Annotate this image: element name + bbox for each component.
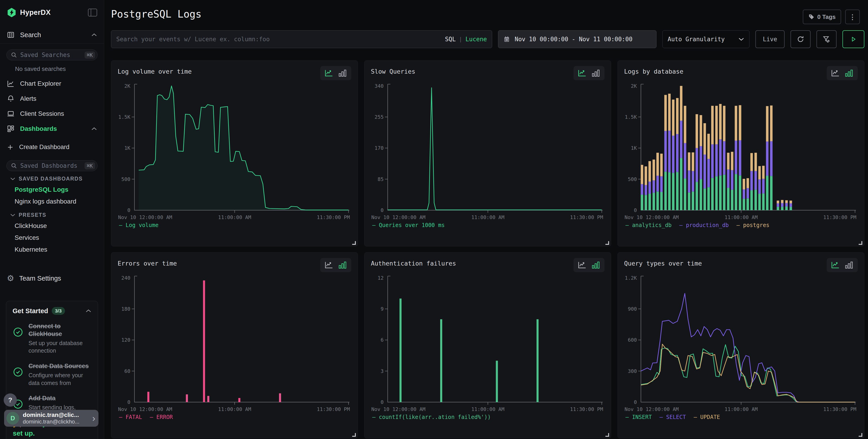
granularity-select[interactable]: Auto Granularity <box>662 30 749 48</box>
legend-item[interactable]: — countIf(like(arr..ation failed%')) <box>372 414 491 420</box>
refresh-button[interactable] <box>790 30 811 48</box>
panel-resize-handle[interactable] <box>606 241 609 245</box>
panel-resize-handle[interactable] <box>352 241 356 245</box>
saved-dashboards-input[interactable]: Saved Dashboards ⌘K <box>6 160 98 171</box>
chart-canvas[interactable]: 2K1.5K1K5000Nov 10 12:00:00 AM11:00:00 A… <box>118 80 351 222</box>
svg-text:600: 600 <box>628 337 637 343</box>
sidebar-item-dashboards[interactable]: Dashboards <box>0 121 104 136</box>
panel-resize-handle[interactable] <box>859 433 862 437</box>
line-view-button[interactable] <box>831 261 840 269</box>
chart-title: Errors over time <box>118 260 177 267</box>
sidebar-item-chart-explorer[interactable]: Chart Explorer <box>0 76 104 91</box>
chart-canvas[interactable]: 340255170850Nov 10 12:00:00 AM11:00:00 A… <box>371 80 604 222</box>
chevron-up-icon[interactable] <box>91 33 97 37</box>
bar-view-button[interactable] <box>591 261 600 269</box>
svg-text:6: 6 <box>381 337 383 343</box>
sidebar-item-client-sessions[interactable]: Client Sessions <box>0 106 104 121</box>
svg-text:Nov 10 12:00:00 AM: Nov 10 12:00:00 AM <box>371 406 426 412</box>
dashboard-link-nginx-logs[interactable]: Nginx logs dashboard <box>0 195 104 208</box>
sidebar-item-label: Client Sessions <box>20 110 64 117</box>
panel-resize-handle[interactable] <box>352 433 356 437</box>
sidebar-item-search[interactable]: Search <box>0 26 104 43</box>
bar-view-button[interactable] <box>844 261 854 269</box>
svg-text:1.2K: 1.2K <box>625 275 637 281</box>
legend-item[interactable]: — Log volume <box>119 222 158 228</box>
help-button[interactable]: ? <box>4 394 17 407</box>
dashboard-link-postgresql-logs[interactable]: PostgreSQL Logs <box>0 184 104 195</box>
legend-item[interactable]: — production_db <box>679 222 729 228</box>
chevron-down-icon <box>10 177 16 181</box>
preset-link-kubernetes[interactable]: Kubernetes <box>0 244 104 255</box>
run-query-button[interactable] <box>842 30 864 48</box>
sidebar-collapse-icon[interactable] <box>88 9 97 17</box>
legend-item[interactable]: — analytics_db <box>625 222 672 228</box>
chevron-up-icon[interactable] <box>91 127 97 131</box>
preset-link-services[interactable]: Services <box>0 232 104 244</box>
bar-view-button[interactable] <box>591 69 600 77</box>
panel-resize-handle[interactable] <box>606 433 609 437</box>
svg-text:255: 255 <box>374 114 383 120</box>
dashboard-menu-button[interactable]: ⋮ <box>845 9 860 24</box>
legend-item[interactable]: — INSERT <box>625 414 652 420</box>
filter-edit-icon <box>823 35 830 43</box>
line-view-button[interactable] <box>831 69 840 77</box>
legend-item[interactable]: — SELECT <box>660 414 686 420</box>
saved-dashboards-group-toggle[interactable]: SAVED DASHBOARDS <box>0 171 104 184</box>
line-view-button[interactable] <box>578 69 587 77</box>
bar-view-button[interactable] <box>844 69 854 77</box>
legend-item[interactable]: — Queries over 1000 ms <box>372 222 445 228</box>
bar-view-button[interactable] <box>338 261 347 269</box>
svg-text:240: 240 <box>121 275 130 281</box>
svg-text:11:30:00 PM: 11:30:00 PM <box>570 215 603 220</box>
time-range-picker[interactable]: Nov 10 00:00:00 - Nov 11 00:00:00 <box>498 30 656 48</box>
chart-canvas[interactable]: 2K1.5K1K5000Nov 10 12:00:00 AM11:00:00 A… <box>624 80 858 222</box>
chart-canvas[interactable]: 129630Nov 10 12:00:00 AM11:00:00 AM11:30… <box>371 272 604 413</box>
saved-searches-input[interactable]: Saved Searches ⌘K <box>6 50 98 60</box>
chart-canvas[interactable]: 1.2K9006003000Nov 10 12:00:00 AM11:00:00… <box>624 272 858 413</box>
create-dashboard-button[interactable]: Create Dashboard <box>0 140 104 154</box>
chevron-up-icon[interactable] <box>86 309 91 313</box>
line-view-button[interactable] <box>324 261 334 269</box>
svg-text:Nov 10 12:00:00 AM: Nov 10 12:00:00 AM <box>371 215 426 220</box>
sidebar-item-team-settings[interactable]: ⚙ Team Settings <box>0 270 104 286</box>
live-button[interactable]: Live <box>755 30 784 48</box>
svg-text:0: 0 <box>634 399 637 405</box>
step-title: Connect to ClickHouse <box>29 322 91 338</box>
svg-text:12: 12 <box>377 275 383 281</box>
step-title: Add Data <box>29 395 91 402</box>
bell-icon <box>7 95 14 102</box>
line-view-button[interactable] <box>578 261 587 269</box>
chart-panel: Slow Queries 340255170850Nov 10 12:00:00… <box>364 60 611 246</box>
bar-view-button[interactable] <box>338 69 347 77</box>
get-started-header[interactable]: Get Started 3/3 <box>12 307 91 315</box>
chart-legend: — INSERT— SELECT— UPDATE <box>624 414 858 420</box>
query-mode-sql[interactable]: SQL <box>445 36 456 43</box>
legend-item[interactable]: — UPDATE <box>693 414 720 420</box>
preset-link-clickhouse[interactable]: ClickHouse <box>0 220 104 232</box>
filter-button[interactable] <box>816 30 837 48</box>
mode-divider: | <box>460 36 461 43</box>
brand-link[interactable]: HyperDX <box>7 8 51 17</box>
chart-view-toolbar <box>827 66 858 80</box>
legend-item[interactable]: — FATAL <box>119 414 142 420</box>
svg-text:11:00:00 AM: 11:00:00 AM <box>724 215 758 220</box>
event-search-input[interactable]: Search your events w/ Lucene ex. column:… <box>111 30 492 48</box>
get-started-step-data-sources[interactable]: Create Data Sources Configure where your… <box>12 363 91 387</box>
get-started-step-connect[interactable]: Connect to ClickHouse Set up your databa… <box>12 322 91 355</box>
user-email: dominic.tran@clickho... <box>23 418 79 425</box>
legend-item[interactable]: — postgres <box>737 222 770 228</box>
user-menu[interactable]: D dominic.tran@clic... dominic.tran@clic… <box>4 410 98 427</box>
refresh-icon <box>797 35 804 43</box>
chart-canvas[interactable]: 240180120600Nov 10 12:00:00 AM11:00:00 A… <box>118 272 351 413</box>
tags-button[interactable]: 0 Tags <box>803 9 841 24</box>
play-icon <box>850 36 857 43</box>
chevron-down-icon <box>10 213 16 217</box>
sidebar-item-alerts[interactable]: Alerts <box>0 91 104 106</box>
chart-view-toolbar <box>574 66 604 80</box>
chart-view-toolbar <box>320 66 351 80</box>
legend-item[interactable]: — ERROR <box>150 414 173 420</box>
line-view-button[interactable] <box>324 69 334 77</box>
query-mode-lucene[interactable]: Lucene <box>465 36 487 43</box>
presets-group-toggle[interactable]: PRESETS <box>0 208 104 220</box>
panel-resize-handle[interactable] <box>859 241 862 245</box>
